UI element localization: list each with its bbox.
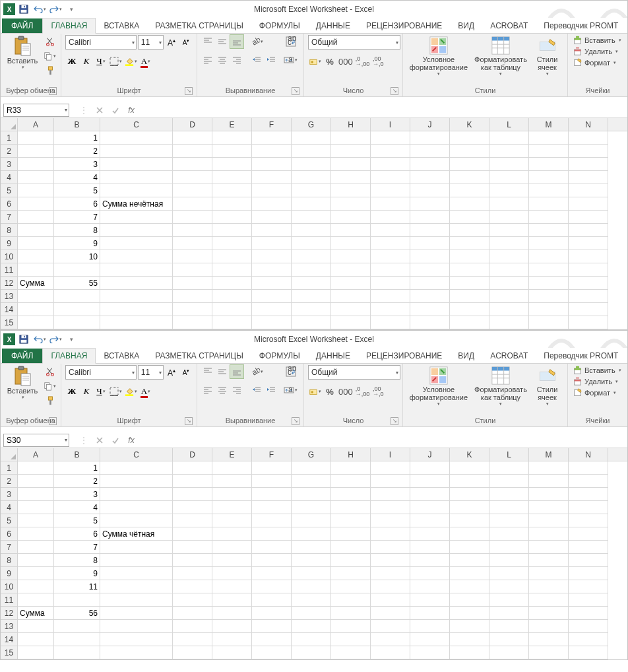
cell-L7[interactable] [489, 211, 529, 224]
cell-G12[interactable] [292, 277, 331, 290]
cell-B2[interactable]: 2 [54, 475, 100, 488]
cell-M2[interactable] [529, 475, 569, 488]
select-all-button[interactable] [1, 118, 18, 131]
cell-N12[interactable] [569, 607, 608, 620]
cell-A13[interactable] [18, 290, 54, 303]
align-middle-button[interactable] [216, 365, 229, 378]
cell-H1[interactable] [331, 461, 371, 475]
cell-D2[interactable] [173, 145, 212, 158]
cell-I5[interactable] [371, 184, 410, 197]
cell-M4[interactable] [529, 501, 569, 514]
cell-B5[interactable]: 5 [54, 514, 100, 527]
cell-E7[interactable] [212, 211, 252, 224]
cell-J13[interactable] [410, 620, 450, 633]
cell-I11[interactable] [371, 263, 410, 277]
cell-N6[interactable] [569, 197, 608, 211]
cell-J7[interactable] [410, 541, 450, 554]
cell-N2[interactable] [569, 475, 608, 488]
cell-D15[interactable] [173, 316, 212, 329]
cell-E13[interactable] [212, 290, 252, 303]
cell-D11[interactable] [173, 263, 212, 277]
cell-M1[interactable] [529, 461, 569, 475]
grow-font-button[interactable]: A▴ [165, 36, 178, 49]
cell-L15[interactable] [489, 646, 529, 659]
cell-A13[interactable] [18, 620, 54, 633]
cell-B14[interactable] [54, 633, 100, 646]
cell-M3[interactable] [529, 488, 569, 501]
cell-A8[interactable] [18, 224, 54, 237]
cell-I12[interactable] [371, 607, 410, 620]
cell-C10[interactable] [100, 250, 173, 263]
fx-button[interactable]: fx [123, 103, 139, 118]
row-header-1[interactable]: 1 [1, 131, 18, 145]
paste-button[interactable]: Вставить▾ [5, 365, 40, 401]
tab-file[interactable]: ФАЙЛ [2, 18, 42, 33]
tab-data[interactable]: ДАННЫЕ [308, 18, 358, 33]
cell-M6[interactable] [529, 527, 569, 541]
cell-I10[interactable] [371, 250, 410, 263]
cell-D8[interactable] [173, 224, 212, 237]
qat-redo-button[interactable]: ▾ [48, 332, 63, 347]
cell-E2[interactable] [212, 475, 252, 488]
format-as-table-button[interactable]: Форматировать как таблицу▾ [473, 365, 528, 407]
tab-page-layout[interactable]: РАЗМЕТКА СТРАНИЦЫ [147, 18, 251, 33]
cell-A4[interactable] [18, 171, 54, 184]
cut-button[interactable] [43, 365, 57, 378]
cell-D14[interactable] [173, 303, 212, 316]
cell-C1[interactable] [100, 461, 173, 475]
cell-B12[interactable]: 55 [54, 277, 100, 290]
cell-G15[interactable] [292, 316, 331, 329]
cell-J2[interactable] [410, 145, 450, 158]
cell-J14[interactable] [410, 633, 450, 646]
cell-F4[interactable] [252, 171, 292, 184]
cell-J6[interactable] [410, 527, 450, 541]
cell-E1[interactable] [212, 461, 252, 475]
cell-A10[interactable] [18, 250, 54, 263]
cell-B11[interactable] [54, 593, 100, 607]
cell-E14[interactable] [212, 303, 252, 316]
cell-N14[interactable] [569, 303, 608, 316]
cell-J8[interactable] [410, 554, 450, 567]
row-header-6[interactable]: 6 [1, 527, 18, 541]
cell-C14[interactable] [100, 303, 173, 316]
cell-F10[interactable] [252, 580, 292, 593]
cell-G2[interactable] [292, 475, 331, 488]
cell-C5[interactable] [100, 514, 173, 527]
row-header-13[interactable]: 13 [1, 620, 18, 633]
cell-M12[interactable] [529, 607, 569, 620]
cell-F1[interactable] [252, 131, 292, 145]
column-header-B[interactable]: B [54, 448, 100, 461]
cell-E6[interactable] [212, 197, 252, 211]
cell-J11[interactable] [410, 593, 450, 607]
column-header-J[interactable]: J [410, 118, 450, 131]
enter-button[interactable] [108, 433, 123, 448]
cell-J14[interactable] [410, 303, 450, 316]
cell-N13[interactable] [569, 620, 608, 633]
cell-D3[interactable] [173, 158, 212, 171]
cell-B9[interactable]: 9 [54, 237, 100, 250]
increase-indent-button[interactable] [265, 53, 278, 67]
row-header-1[interactable]: 1 [1, 461, 18, 475]
cell-M9[interactable] [529, 567, 569, 580]
orientation-button[interactable]: ab▾ [250, 35, 264, 48]
cell-N15[interactable] [569, 316, 608, 329]
cell-M11[interactable] [529, 593, 569, 607]
insert-cells-button[interactable]: Вставить ▾ [572, 365, 623, 375]
cell-L7[interactable] [489, 541, 529, 554]
cell-G4[interactable] [292, 171, 331, 184]
align-right-button[interactable] [230, 53, 243, 67]
cell-styles-button[interactable]: Стили ячеек▾ [531, 35, 563, 77]
number-format-combo[interactable]: Общий▾ [308, 365, 400, 380]
row-header-8[interactable]: 8 [1, 554, 18, 567]
cell-B1[interactable]: 1 [54, 131, 100, 145]
row-header-12[interactable]: 12 [1, 277, 18, 290]
cell-M13[interactable] [529, 290, 569, 303]
column-header-N[interactable]: N [569, 118, 608, 131]
cell-D13[interactable] [173, 290, 212, 303]
cell-D10[interactable] [173, 580, 212, 593]
decrease-indent-button[interactable] [250, 384, 263, 397]
cell-L12[interactable] [489, 277, 529, 290]
row-header-10[interactable]: 10 [1, 250, 18, 263]
cell-D1[interactable] [173, 461, 212, 475]
cell-N2[interactable] [569, 145, 608, 158]
